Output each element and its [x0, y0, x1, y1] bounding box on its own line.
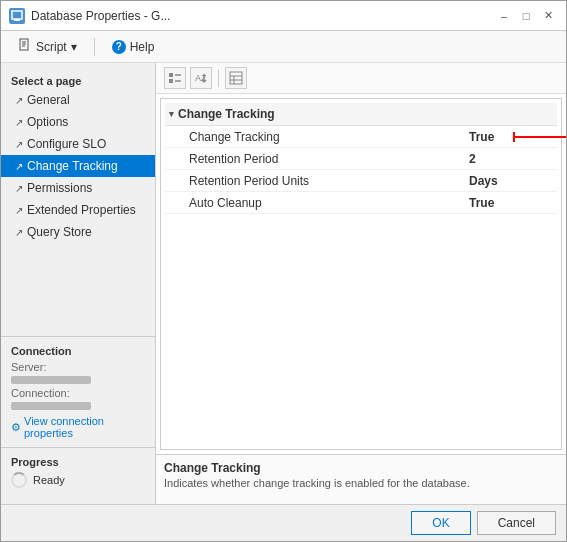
- ok-button[interactable]: OK: [411, 511, 470, 535]
- maximize-button[interactable]: □: [516, 6, 536, 26]
- title-buttons: – □ ✕: [494, 6, 558, 26]
- minimize-button[interactable]: –: [494, 6, 514, 26]
- sidebar-item-query-store[interactable]: ↗ Query Store: [1, 221, 155, 243]
- sidebar-item-extended-properties[interactable]: ↗ Extended Properties: [1, 199, 155, 221]
- sidebar-item-label-extended-properties: Extended Properties: [27, 203, 136, 217]
- sidebar-item-label-change-tracking: Change Tracking: [27, 159, 118, 173]
- server-row: Server:: [11, 361, 145, 385]
- sidebar-item-label-configure-slo: Configure SLO: [27, 137, 106, 151]
- script-dropdown-icon: ▾: [71, 40, 77, 54]
- sidebar-item-general[interactable]: ↗ General: [1, 89, 155, 111]
- view-conn-icon: ⚙: [11, 421, 21, 434]
- change-tracking-icon: ↗: [15, 161, 23, 172]
- description-title: Change Tracking: [164, 461, 558, 475]
- svg-rect-7: [169, 79, 173, 83]
- prop-name-change-tracking: Change Tracking: [189, 130, 469, 144]
- right-panel: AZ: [156, 63, 566, 504]
- toolbar: Script ▾ ? Help: [1, 31, 566, 63]
- prop-row-auto-cleanup: Auto Cleanup True: [165, 192, 557, 214]
- sidebar-section-label: Select a page: [1, 71, 155, 89]
- section-toggle-icon: ▾: [169, 109, 174, 119]
- script-label: Script: [36, 40, 67, 54]
- properties-button[interactable]: [225, 67, 247, 89]
- general-icon: ↗: [15, 95, 23, 106]
- prop-value-auto-cleanup: True: [469, 196, 549, 210]
- prop-row-change-tracking: Change Tracking True: [165, 126, 557, 148]
- svg-rect-0: [12, 11, 22, 19]
- toolbar-separator: [94, 38, 95, 56]
- sidebar-item-permissions[interactable]: ↗ Permissions: [1, 177, 155, 199]
- svg-rect-12: [230, 72, 242, 84]
- title-bar-left: Database Properties - G...: [9, 8, 170, 24]
- red-arrow-annotation: [509, 127, 566, 147]
- help-icon: ?: [112, 40, 126, 54]
- svg-rect-6: [169, 73, 173, 77]
- options-icon: ↗: [15, 117, 23, 128]
- script-icon: [18, 38, 32, 55]
- sidebar: Select a page ↗ General ↗ Options ↗ Conf…: [1, 63, 156, 504]
- main-content: Select a page ↗ General ↗ Options ↗ Conf…: [1, 63, 566, 504]
- arrow-wrapper: True: [469, 130, 549, 144]
- window-title: Database Properties - G...: [31, 9, 170, 23]
- sidebar-item-change-tracking[interactable]: ↗ Change Tracking: [1, 155, 155, 177]
- prop-name-retention-period: Retention Period: [189, 152, 469, 166]
- progress-status-text: Ready: [33, 474, 65, 486]
- prop-row-retention-period: Retention Period 2: [165, 148, 557, 170]
- main-window: Database Properties - G... – □ ✕ Script …: [0, 0, 567, 542]
- configure-slo-icon: ↗: [15, 139, 23, 150]
- prop-toolbar-separator: [218, 69, 219, 87]
- connection-section: Connection Server: Connection: ⚙ View co…: [1, 336, 155, 447]
- permissions-icon: ↗: [15, 183, 23, 194]
- help-button[interactable]: ? Help: [103, 36, 164, 58]
- section-header-label: Change Tracking: [178, 107, 275, 121]
- sidebar-item-label-options: Options: [27, 115, 68, 129]
- description-panel: Change Tracking Indicates whether change…: [156, 454, 566, 504]
- connection-label: Connection:: [11, 387, 70, 399]
- extended-properties-icon: ↗: [15, 205, 23, 216]
- sidebar-item-options[interactable]: ↗ Options: [1, 111, 155, 133]
- close-button[interactable]: ✕: [538, 6, 558, 26]
- properties-toolbar: AZ: [156, 63, 566, 94]
- connection-row: Connection:: [11, 387, 145, 411]
- help-label: Help: [130, 40, 155, 54]
- progress-status: Ready: [11, 472, 145, 488]
- prop-name-retention-period-units: Retention Period Units: [189, 174, 469, 188]
- cancel-button[interactable]: Cancel: [477, 511, 556, 535]
- svg-rect-1: [14, 19, 20, 21]
- sidebar-item-label-query-store: Query Store: [27, 225, 92, 239]
- prop-row-retention-period-units: Retention Period Units Days: [165, 170, 557, 192]
- footer: OK Cancel: [1, 504, 566, 541]
- sort-category-button[interactable]: [164, 67, 186, 89]
- prop-value-retention-period: 2: [469, 152, 549, 166]
- description-text: Indicates whether change tracking is ena…: [164, 477, 558, 489]
- script-button[interactable]: Script ▾: [9, 34, 86, 59]
- query-store-icon: ↗: [15, 227, 23, 238]
- progress-spinner: [11, 472, 27, 488]
- prop-name-auto-cleanup: Auto Cleanup: [189, 196, 469, 210]
- server-value: [11, 376, 91, 384]
- sidebar-item-configure-slo[interactable]: ↗ Configure SLO: [1, 133, 155, 155]
- properties-grid: ▾ Change Tracking Change Tracking True: [160, 98, 562, 450]
- server-label: Server:: [11, 361, 46, 373]
- progress-title: Progress: [11, 456, 145, 468]
- view-connection-link[interactable]: ⚙ View connection properties: [11, 415, 145, 439]
- prop-value-retention-period-units: Days: [469, 174, 549, 188]
- connection-value: [11, 402, 91, 410]
- properties-section-header[interactable]: ▾ Change Tracking: [165, 103, 557, 126]
- sidebar-item-label-general: General: [27, 93, 70, 107]
- title-bar: Database Properties - G... – □ ✕: [1, 1, 566, 31]
- progress-section: Progress Ready: [1, 447, 155, 496]
- connection-title: Connection: [11, 345, 145, 357]
- sidebar-item-label-permissions: Permissions: [27, 181, 92, 195]
- window-icon: [9, 8, 25, 24]
- view-conn-text: View connection properties: [24, 415, 145, 439]
- sort-alpha-button[interactable]: AZ: [190, 67, 212, 89]
